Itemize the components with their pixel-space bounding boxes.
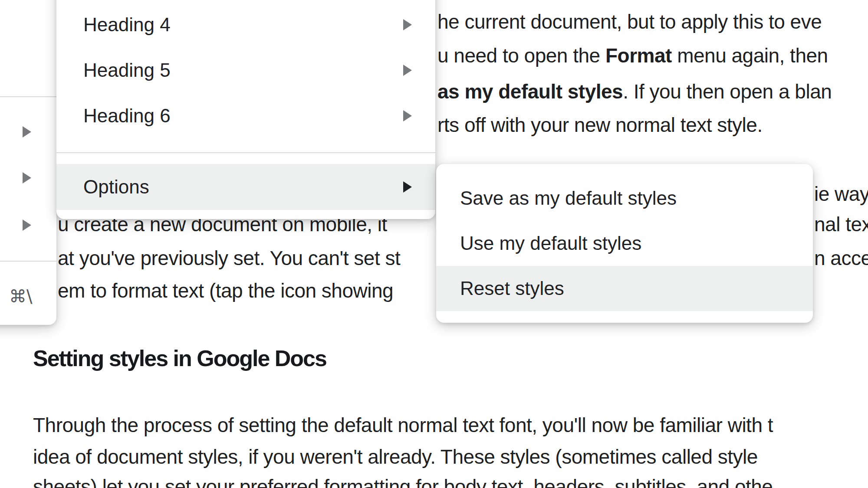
- menu-item-use-default-styles[interactable]: Use my default styles: [436, 221, 813, 266]
- submenu-arrow-icon: [403, 65, 412, 76]
- doc-line: em to format text (tap the icon showing: [58, 278, 393, 304]
- submenu-arrow-icon: [23, 126, 31, 138]
- doc-text-bold: Format: [605, 44, 672, 67]
- menu-item-label: Reset styles: [460, 278, 564, 299]
- submenu-arrow-icon: [403, 181, 412, 193]
- menu-item-label: Use my default styles: [460, 233, 641, 254]
- submenu-arrow-icon: [403, 19, 412, 30]
- menu-item-reset-styles[interactable]: Reset styles: [436, 266, 813, 311]
- menu-divider: [0, 96, 56, 97]
- paragraph-styles-menu-panel: Heading 4 Heading 5 Heading 6 Options: [56, 0, 435, 219]
- doc-line: sheets) let you set your preferred forma…: [33, 474, 773, 488]
- menu-item-label: Heading 6: [83, 105, 171, 127]
- format-menu-item[interactable]: [0, 203, 56, 248]
- doc-line-fragment: n acce: [814, 245, 868, 271]
- submenu-arrow-icon: [23, 172, 31, 183]
- format-menu-panel: ⌘\: [0, 0, 56, 325]
- menu-divider: [0, 261, 56, 262]
- menu-item-heading-6[interactable]: Heading 6: [56, 93, 435, 138]
- keyboard-shortcut: ⌘\: [9, 286, 32, 306]
- menu-item-label: Save as my default styles: [460, 187, 677, 209]
- section-heading: Setting styles in Google Docs: [33, 343, 326, 373]
- menu-item-heading-4[interactable]: Heading 4: [56, 2, 435, 47]
- doc-text: u need to open the: [437, 44, 605, 67]
- doc-line: as my default styles. If you then open a…: [437, 79, 832, 105]
- doc-line: u need to open the Format menu again, th…: [437, 43, 828, 69]
- doc-text: . If you then open a blan: [623, 80, 832, 103]
- doc-text-bold: as my default styles: [437, 80, 623, 103]
- menu-item-options[interactable]: Options: [56, 164, 435, 210]
- menu-item-heading-5[interactable]: Heading 5: [56, 48, 435, 93]
- options-submenu-panel: Save as my default styles Use my default…: [436, 164, 813, 323]
- submenu-arrow-icon: [403, 110, 412, 121]
- doc-line-fragment: nal tex: [814, 211, 868, 237]
- doc-line: rts off with your new normal text style.: [437, 112, 763, 138]
- doc-line-fragment: ie way: [814, 181, 868, 207]
- doc-text: menu again, then: [672, 44, 828, 67]
- doc-line: at you've previously set. You can't set …: [58, 245, 400, 271]
- doc-line: idea of document styles, if you weren't …: [33, 444, 758, 470]
- submenu-arrow-icon: [23, 219, 31, 231]
- menu-item-label: Options: [83, 176, 149, 198]
- menu-item-label: Heading 4: [83, 14, 171, 36]
- format-menu-item[interactable]: [0, 109, 56, 154]
- menu-item-clear-formatting[interactable]: ⌘\: [0, 274, 56, 319]
- menu-item-save-default-styles[interactable]: Save as my default styles: [436, 176, 813, 221]
- doc-line: he current document, but to apply this t…: [437, 9, 822, 35]
- screen: he current document, but to apply this t…: [0, 0, 868, 488]
- menu-divider: [56, 152, 435, 153]
- doc-line: Through the process of setting the defau…: [33, 412, 773, 438]
- menu-item-label: Heading 5: [83, 59, 171, 81]
- format-menu-item[interactable]: [0, 155, 56, 200]
